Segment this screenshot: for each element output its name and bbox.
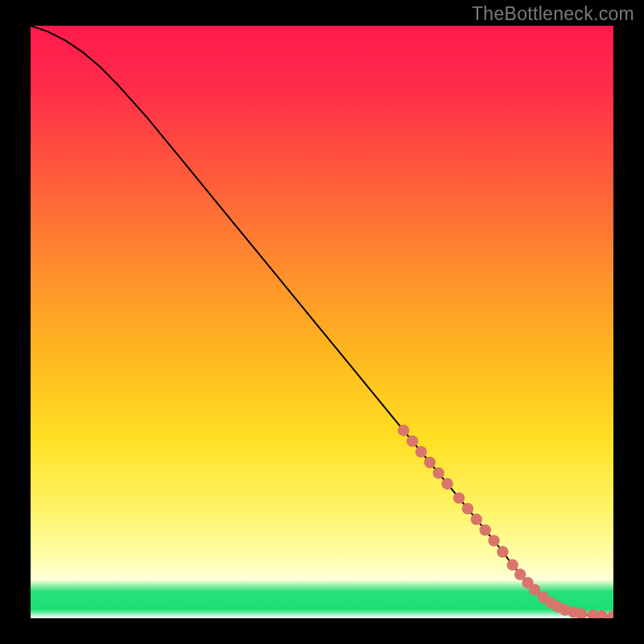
gradient-background: [31, 26, 613, 618]
data-marker: [407, 436, 418, 447]
data-marker: [480, 524, 491, 535]
data-marker: [398, 424, 409, 436]
data-marker: [433, 467, 444, 478]
data-marker: [529, 584, 540, 595]
data-marker: [453, 492, 464, 503]
data-marker: [488, 535, 499, 546]
data-marker: [497, 546, 508, 557]
data-marker: [462, 503, 473, 514]
chart-svg: [31, 26, 613, 618]
data-marker: [415, 446, 427, 457]
plot-area: [31, 26, 613, 618]
data-marker: [424, 456, 436, 468]
chart-frame: TheBottleneck.com: [0, 0, 644, 644]
data-marker: [471, 514, 482, 525]
data-marker: [507, 559, 518, 571]
watermark-text: TheBottleneck.com: [472, 3, 634, 25]
data-marker: [441, 478, 452, 489]
